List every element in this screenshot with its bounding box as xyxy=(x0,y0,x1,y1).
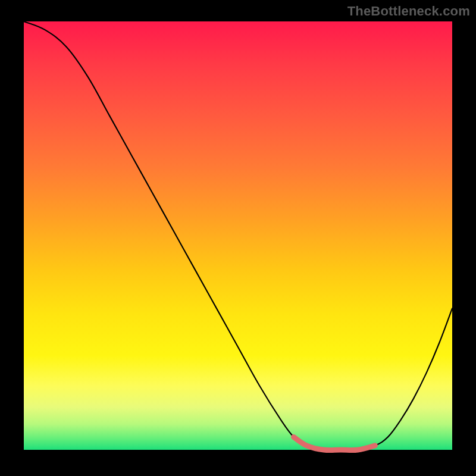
optimal-band xyxy=(294,437,375,450)
chart-svg xyxy=(24,21,452,450)
chart-frame: TheBottleneck.com xyxy=(0,0,476,476)
watermark-text: TheBottleneck.com xyxy=(347,4,470,19)
bottleneck-curve xyxy=(24,21,452,450)
plot-area xyxy=(24,21,452,450)
